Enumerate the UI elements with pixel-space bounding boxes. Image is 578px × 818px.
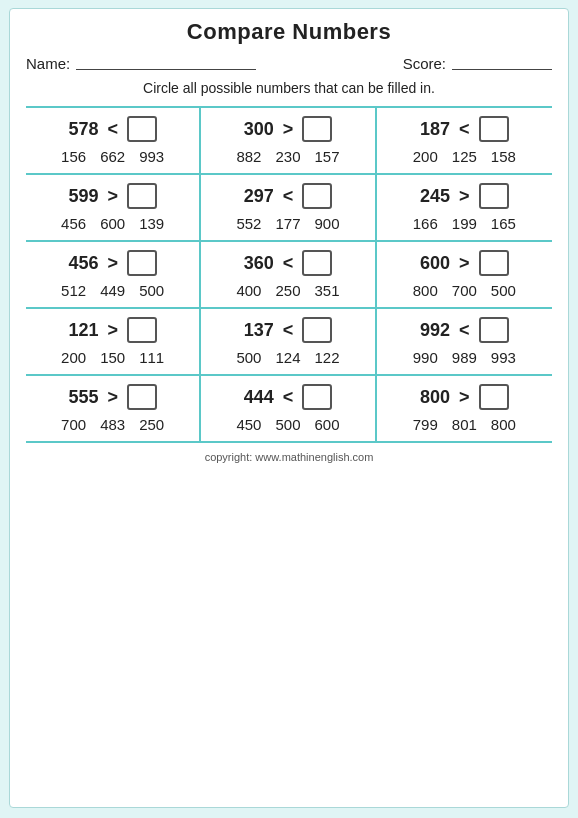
answer-box — [479, 250, 509, 276]
problem-row-11: 992 < — [420, 317, 509, 343]
answer-box — [302, 250, 332, 276]
problem-operator: > — [102, 387, 123, 408]
problem-operator: > — [102, 320, 123, 341]
problem-operator: < — [278, 387, 299, 408]
answer-option-13-1: 500 — [275, 416, 300, 433]
answer-option-3-0: 456 — [61, 215, 86, 232]
problem-operator: > — [278, 119, 299, 140]
answer-box — [479, 116, 509, 142]
problem-cell-8: 600 > 800700500 — [377, 242, 552, 309]
answer-option-4-0: 552 — [236, 215, 261, 232]
problem-number: 800 — [420, 387, 450, 408]
problem-cell-12: 555 > 700483250 — [26, 376, 201, 443]
problem-number: 137 — [244, 320, 274, 341]
answers-row-8: 800700500 — [413, 282, 516, 299]
answer-option-3-1: 600 — [100, 215, 125, 232]
problem-cell-1: 300 > 882230157 — [201, 108, 376, 175]
name-underline — [76, 58, 256, 70]
problem-cell-3: 599 > 456600139 — [26, 175, 201, 242]
problem-row-5: 245 > — [420, 183, 509, 209]
problem-row-9: 121 > — [68, 317, 157, 343]
problem-number: 456 — [68, 253, 98, 274]
name-score-row: Name: Score: — [26, 55, 552, 72]
answers-row-3: 456600139 — [61, 215, 164, 232]
problem-cell-7: 360 < 400250351 — [201, 242, 376, 309]
problem-cell-11: 992 < 990989993 — [377, 309, 552, 376]
problem-number: 300 — [244, 119, 274, 140]
problem-number: 297 — [244, 186, 274, 207]
answers-row-2: 200125158 — [413, 148, 516, 165]
answer-option-1-0: 882 — [236, 148, 261, 165]
problem-number: 992 — [420, 320, 450, 341]
answer-box — [127, 183, 157, 209]
problem-number: 600 — [420, 253, 450, 274]
answer-box — [127, 317, 157, 343]
problem-operator: > — [102, 186, 123, 207]
problem-row-4: 297 < — [244, 183, 333, 209]
answers-row-7: 400250351 — [236, 282, 339, 299]
problems-grid: 578 < 156662993300 > 882230157187 < 2001… — [26, 106, 552, 443]
answers-row-14: 799801800 — [413, 416, 516, 433]
answer-option-1-1: 230 — [275, 148, 300, 165]
instruction: Circle all possible numbers that can be … — [26, 80, 552, 96]
answer-option-10-2: 122 — [315, 349, 340, 366]
answers-row-13: 450500600 — [236, 416, 339, 433]
problem-row-7: 360 < — [244, 250, 333, 276]
answer-option-11-2: 993 — [491, 349, 516, 366]
answer-option-7-2: 351 — [315, 282, 340, 299]
answer-option-2-1: 125 — [452, 148, 477, 165]
answer-option-4-2: 900 — [315, 215, 340, 232]
problem-number: 360 — [244, 253, 274, 274]
answer-box — [479, 384, 509, 410]
answer-option-11-0: 990 — [413, 349, 438, 366]
copyright: copyright: www.mathinenglish.com — [26, 451, 552, 463]
problem-operator: < — [102, 119, 123, 140]
answer-option-14-1: 801 — [452, 416, 477, 433]
problem-row-1: 300 > — [244, 116, 333, 142]
problem-cell-5: 245 > 166199165 — [377, 175, 552, 242]
problem-row-12: 555 > — [68, 384, 157, 410]
answers-row-9: 200150111 — [61, 349, 164, 366]
answer-box — [302, 116, 332, 142]
answers-row-1: 882230157 — [236, 148, 339, 165]
answers-row-12: 700483250 — [61, 416, 164, 433]
answer-box — [127, 250, 157, 276]
problem-cell-14: 800 > 799801800 — [377, 376, 552, 443]
problem-row-2: 187 < — [420, 116, 509, 142]
problem-operator: < — [278, 186, 299, 207]
answer-option-5-0: 166 — [413, 215, 438, 232]
answer-box — [479, 317, 509, 343]
problem-cell-6: 456 > 512449500 — [26, 242, 201, 309]
answer-option-7-0: 400 — [236, 282, 261, 299]
answer-option-10-0: 500 — [236, 349, 261, 366]
problem-operator: < — [278, 253, 299, 274]
problem-row-8: 600 > — [420, 250, 509, 276]
problem-number: 444 — [244, 387, 274, 408]
problem-cell-10: 137 < 500124122 — [201, 309, 376, 376]
problem-operator: > — [454, 253, 475, 274]
problem-cell-4: 297 < 552177900 — [201, 175, 376, 242]
answer-box — [302, 317, 332, 343]
score-underline — [452, 58, 552, 70]
answer-option-13-2: 600 — [315, 416, 340, 433]
answer-box — [127, 384, 157, 410]
problem-number: 599 — [68, 186, 98, 207]
answer-option-5-2: 165 — [491, 215, 516, 232]
problem-row-3: 599 > — [68, 183, 157, 209]
score-label: Score: — [403, 55, 446, 72]
answer-option-8-2: 500 — [491, 282, 516, 299]
problem-number: 187 — [420, 119, 450, 140]
problem-row-10: 137 < — [244, 317, 333, 343]
answers-row-4: 552177900 — [236, 215, 339, 232]
problem-operator: > — [454, 387, 475, 408]
problem-number: 555 — [68, 387, 98, 408]
answers-row-11: 990989993 — [413, 349, 516, 366]
problem-number: 121 — [68, 320, 98, 341]
answer-option-3-2: 139 — [139, 215, 164, 232]
answer-option-11-1: 989 — [452, 349, 477, 366]
answers-row-6: 512449500 — [61, 282, 164, 299]
problem-cell-13: 444 < 450500600 — [201, 376, 376, 443]
page: Compare Numbers Name: Score: Circle all … — [9, 8, 569, 808]
problem-number: 578 — [68, 119, 98, 140]
answer-option-9-1: 150 — [100, 349, 125, 366]
